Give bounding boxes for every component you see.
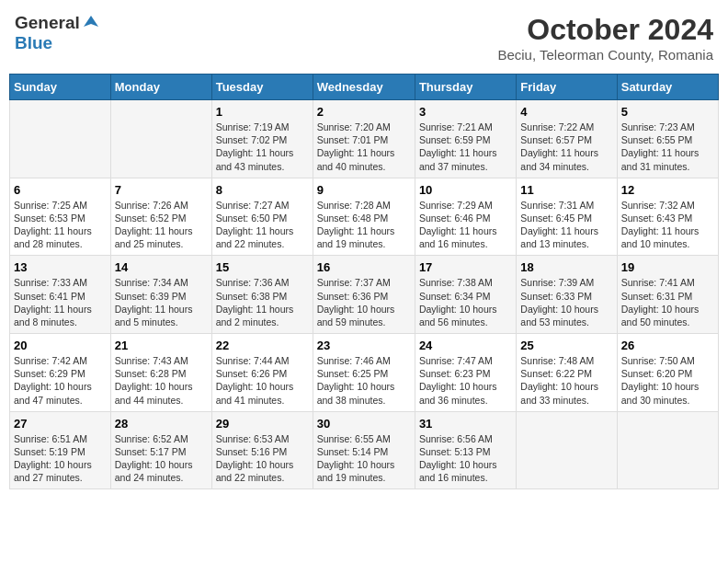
calendar-cell: 21Sunrise: 7:43 AM Sunset: 6:28 PM Dayli… [110,334,211,412]
logo-general-text: General [15,13,80,33]
day-number: 24 [419,339,512,352]
day-number: 5 [621,105,714,119]
header-monday: Monday [110,75,211,100]
calendar-cell [617,411,718,489]
calendar-week-row: 6Sunrise: 7:25 AM Sunset: 6:53 PM Daylig… [10,178,719,256]
day-info: Sunrise: 7:50 AM Sunset: 6:20 PM Dayligh… [621,354,714,407]
subtitle: Beciu, Teleorman County, Romania [497,47,713,63]
day-info: Sunrise: 7:32 AM Sunset: 6:43 PM Dayligh… [621,199,714,251]
day-number: 7 [115,183,208,197]
calendar-cell: 24Sunrise: 7:47 AM Sunset: 6:23 PM Dayli… [415,334,516,412]
day-info: Sunrise: 7:43 AM Sunset: 6:28 PM Dayligh… [115,354,208,407]
calendar-cell: 18Sunrise: 7:39 AM Sunset: 6:33 PM Dayli… [517,256,617,334]
day-number: 4 [520,105,612,119]
day-number: 2 [317,105,411,119]
calendar-table: SundayMondayTuesdayWednesdayThursdayFrid… [9,74,719,489]
day-info: Sunrise: 7:31 AM Sunset: 6:45 PM Dayligh… [520,199,612,251]
calendar-cell: 17Sunrise: 7:38 AM Sunset: 6:34 PM Dayli… [415,256,516,334]
calendar-cell: 2Sunrise: 7:20 AM Sunset: 7:01 PM Daylig… [313,100,415,178]
day-info: Sunrise: 6:53 AM Sunset: 5:16 PM Dayligh… [216,432,309,485]
day-number: 31 [419,417,512,431]
day-info: Sunrise: 7:36 AM Sunset: 6:38 PM Dayligh… [216,276,309,328]
day-number: 9 [317,183,411,197]
day-number: 20 [14,339,107,352]
calendar-cell [110,100,211,178]
day-info: Sunrise: 6:55 AM Sunset: 5:14 PM Dayligh… [317,432,411,485]
day-number: 26 [621,339,714,352]
day-info: Sunrise: 7:33 AM Sunset: 6:41 PM Dayligh… [14,276,107,328]
day-number: 30 [317,417,411,431]
logo: General Blue [15,13,100,53]
day-number: 28 [115,417,208,431]
day-info: Sunrise: 7:46 AM Sunset: 6:25 PM Dayligh… [317,354,411,407]
calendar-cell: 16Sunrise: 7:37 AM Sunset: 6:36 PM Dayli… [313,256,415,334]
calendar-week-row: 13Sunrise: 7:33 AM Sunset: 6:41 PM Dayli… [10,256,719,334]
day-number: 17 [419,260,512,274]
calendar-cell: 31Sunrise: 6:56 AM Sunset: 5:13 PM Dayli… [415,411,516,489]
day-info: Sunrise: 6:51 AM Sunset: 5:19 PM Dayligh… [14,432,107,485]
calendar-cell: 9Sunrise: 7:28 AM Sunset: 6:48 PM Daylig… [313,178,415,256]
calendar-week-row: 1Sunrise: 7:19 AM Sunset: 7:02 PM Daylig… [10,100,719,178]
calendar-week-row: 20Sunrise: 7:42 AM Sunset: 6:29 PM Dayli… [10,334,719,412]
day-number: 27 [14,417,107,431]
main-title: October 2024 [497,13,713,47]
header-friday: Friday [517,75,617,100]
day-info: Sunrise: 7:22 AM Sunset: 6:57 PM Dayligh… [520,121,612,173]
calendar-cell: 7Sunrise: 7:26 AM Sunset: 6:52 PM Daylig… [110,178,211,256]
calendar-cell: 30Sunrise: 6:55 AM Sunset: 5:14 PM Dayli… [313,411,415,489]
page-header: General Blue October 2024 Beciu, Teleorm… [9,9,719,66]
calendar-cell: 14Sunrise: 7:34 AM Sunset: 6:39 PM Dayli… [110,256,211,334]
day-info: Sunrise: 7:47 AM Sunset: 6:23 PM Dayligh… [419,354,512,407]
calendar-cell: 12Sunrise: 7:32 AM Sunset: 6:43 PM Dayli… [617,178,718,256]
day-number: 19 [621,260,714,274]
calendar-cell: 10Sunrise: 7:29 AM Sunset: 6:46 PM Dayli… [415,178,516,256]
day-info: Sunrise: 7:26 AM Sunset: 6:52 PM Dayligh… [115,199,208,251]
svg-marker-0 [84,16,98,27]
calendar-cell: 5Sunrise: 7:23 AM Sunset: 6:55 PM Daylig… [617,100,718,178]
day-number: 3 [419,105,512,119]
calendar-cell: 3Sunrise: 7:21 AM Sunset: 6:59 PM Daylig… [415,100,516,178]
day-number: 25 [520,339,612,352]
day-info: Sunrise: 7:41 AM Sunset: 6:31 PM Dayligh… [621,276,714,328]
day-info: Sunrise: 7:23 AM Sunset: 6:55 PM Dayligh… [621,121,714,173]
calendar-cell: 6Sunrise: 7:25 AM Sunset: 6:53 PM Daylig… [10,178,111,256]
day-info: Sunrise: 6:52 AM Sunset: 5:17 PM Dayligh… [115,432,208,485]
day-info: Sunrise: 7:25 AM Sunset: 6:53 PM Dayligh… [14,199,107,251]
day-number: 13 [14,260,107,274]
day-info: Sunrise: 7:20 AM Sunset: 7:01 PM Dayligh… [317,121,411,173]
calendar-week-row: 27Sunrise: 6:51 AM Sunset: 5:19 PM Dayli… [10,411,719,489]
calendar-header-row: SundayMondayTuesdayWednesdayThursdayFrid… [10,75,719,100]
day-info: Sunrise: 7:38 AM Sunset: 6:34 PM Dayligh… [419,276,512,328]
day-info: Sunrise: 7:39 AM Sunset: 6:33 PM Dayligh… [520,276,612,328]
calendar-cell [10,100,111,178]
day-number: 22 [216,339,309,352]
day-number: 12 [621,183,714,197]
title-area: October 2024 Beciu, Teleorman County, Ro… [497,13,713,63]
day-info: Sunrise: 7:21 AM Sunset: 6:59 PM Dayligh… [419,121,512,173]
calendar-cell: 22Sunrise: 7:44 AM Sunset: 6:26 PM Dayli… [211,334,313,412]
day-number: 29 [216,417,309,431]
day-number: 18 [520,260,612,274]
calendar-cell: 20Sunrise: 7:42 AM Sunset: 6:29 PM Dayli… [10,334,111,412]
header-sunday: Sunday [10,75,111,100]
calendar-cell: 23Sunrise: 7:46 AM Sunset: 6:25 PM Dayli… [313,334,415,412]
day-info: Sunrise: 7:29 AM Sunset: 6:46 PM Dayligh… [419,199,512,251]
header-saturday: Saturday [617,75,718,100]
calendar-cell: 26Sunrise: 7:50 AM Sunset: 6:20 PM Dayli… [617,334,718,412]
logo-bird-icon [82,14,100,32]
day-info: Sunrise: 7:27 AM Sunset: 6:50 PM Dayligh… [216,199,309,251]
day-number: 8 [216,183,309,197]
day-info: Sunrise: 6:56 AM Sunset: 5:13 PM Dayligh… [419,432,512,485]
day-number: 16 [317,260,411,274]
calendar-cell: 19Sunrise: 7:41 AM Sunset: 6:31 PM Dayli… [617,256,718,334]
logo-blue-text: Blue [15,33,52,52]
day-number: 10 [419,183,512,197]
day-info: Sunrise: 7:44 AM Sunset: 6:26 PM Dayligh… [216,354,309,407]
header-wednesday: Wednesday [313,75,415,100]
calendar-cell: 1Sunrise: 7:19 AM Sunset: 7:02 PM Daylig… [211,100,313,178]
day-number: 14 [115,260,208,274]
day-number: 23 [317,339,411,352]
day-number: 15 [216,260,309,274]
day-info: Sunrise: 7:28 AM Sunset: 6:48 PM Dayligh… [317,199,411,251]
day-number: 11 [520,183,612,197]
